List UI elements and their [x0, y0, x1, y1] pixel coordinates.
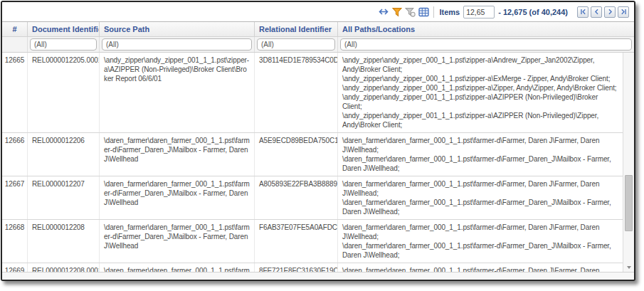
pagination-next-button[interactable] [604, 6, 616, 18]
source-path-cell: \andy_zipper\andy_zipper_001_1_1.pst\zip… [100, 53, 255, 132]
all-paths-filter-input[interactable] [340, 38, 632, 51]
table-row[interactable]: 12668REL0000012208\daren_farmer\daren_fa… [2, 220, 623, 263]
horizontal-scrollbar[interactable] [2, 272, 634, 280]
row-number: 12667 [2, 176, 28, 219]
path-entry: \andy_zipper\andy_zipper_000_1_1.pst\zip… [342, 55, 618, 74]
source-path-cell: \daren_farmer\daren_farmer_000_1_1.pst\f… [100, 263, 255, 272]
filter-cell-number [2, 37, 28, 52]
grid-view-icon[interactable] [417, 5, 431, 18]
pagination-first-button[interactable] [577, 6, 588, 18]
filter-cell-source-path [100, 37, 255, 52]
document-identifier-cell: REL0000012206 [28, 133, 100, 176]
items-label: Items [439, 8, 460, 16]
row-number: 12666 [2, 133, 28, 176]
document-list-panel: Items - 12,675 (of 40,244) # Document Id… [1, 1, 635, 281]
vertical-scrollbar-thumb[interactable] [625, 175, 633, 231]
filter-cell-document-identifier [28, 37, 100, 52]
table-row[interactable]: 12667REL0000012207\daren_farmer\daren_fa… [2, 176, 623, 220]
table-row[interactable]: 12665REL0000012205.0001\andy_zipper\andy… [2, 53, 623, 133]
path-entry: \daren_farmer\daren_farmer_000_1_1.pst\f… [342, 136, 618, 154]
relational-identifier-cell: 8FE721E8FC31630E19CD166 [255, 263, 338, 272]
table-header-row: # Document Identifier Source Path Relati… [2, 21, 634, 37]
path-entry: \andy_zipper\andy_zipper_000_1_1.pst\zip… [342, 83, 618, 92]
all-paths-locations-cell: \daren_farmer\daren_farmer_000_1_1.pst\f… [338, 263, 623, 272]
column-header-all-paths-locations[interactable]: All Paths/Locations [338, 22, 634, 36]
items-range-text: - 12,675 (of 40,244) [498, 8, 568, 16]
column-header-relational-identifier[interactable]: Relational Identifier [255, 22, 338, 36]
row-number: 12668 [2, 220, 28, 263]
filter-cell-relational-identifier [255, 37, 338, 52]
all-paths-locations-cell: \andy_zipper\andy_zipper_000_1_1.pst\zip… [338, 53, 623, 132]
items-start-input[interactable] [463, 6, 495, 18]
column-resize-icon[interactable] [376, 5, 390, 18]
source-path-filter-input[interactable] [102, 38, 252, 51]
all-paths-locations-cell: \daren_farmer\daren_farmer_000_1_1.pst\f… [338, 133, 623, 176]
all-paths-locations-cell: \daren_farmer\daren_farmer_000_1_1.pst\f… [338, 176, 623, 219]
path-entry: \andy_zipper\andy_zipper_000_1_1.pst\zip… [342, 74, 618, 83]
path-entry: \daren_farmer\daren_farmer_000_1_1.pst\f… [342, 198, 618, 216]
row-number: 12669 [2, 263, 28, 272]
screenshot-stage: Items - 12,675 (of 40,244) # Document Id… [0, 0, 644, 291]
toolbar-separator [433, 6, 434, 18]
document-identifier-cell: REL0000012207 [28, 176, 100, 219]
vertical-scrollbar[interactable] [623, 53, 634, 272]
path-entry: \andy_zipper\andy_zipper_001_1_1.pst\zip… [342, 92, 618, 111]
path-entry: \daren_farmer\daren_farmer_000_1_1.pst\f… [342, 154, 618, 173]
source-path-cell: \daren_farmer\daren_farmer_000_1_1.pst\f… [100, 176, 255, 219]
column-header-number[interactable]: # [2, 22, 28, 36]
table-body: 12665REL0000012205.0001\andy_zipper\andy… [2, 53, 623, 272]
column-header-source-path[interactable]: Source Path [100, 22, 255, 36]
path-entry: \daren_farmer\daren_farmer_000_1_1.pst\f… [342, 241, 618, 260]
document-identifier-cell: REL0000012208 [28, 220, 100, 263]
document-identifier-cell: REL0000012208.0001 [28, 263, 100, 272]
relational-identifier-filter-input[interactable] [257, 38, 335, 51]
pagination-previous-button[interactable] [591, 6, 602, 18]
path-entry: \andy_zipper\andy_zipper_001_1_1.pst\zip… [342, 111, 618, 129]
document-identifier-cell: REL0000012205.0001 [28, 53, 100, 132]
relational-identifier-cell: A5E9ECD89BEDA750C10C9C [255, 133, 338, 176]
filter-cell-all-paths [338, 37, 634, 52]
document-identifier-filter-input[interactable] [30, 38, 97, 51]
path-entry: \daren_farmer\daren_farmer_000_1_1.pst\f… [342, 266, 618, 272]
source-path-cell: \daren_farmer\daren_farmer_000_1_1.pst\f… [100, 133, 255, 176]
table-row[interactable]: 12666REL0000012206\daren_farmer\daren_fa… [2, 133, 623, 176]
clear-filter-icon[interactable] [403, 5, 417, 18]
relational-identifier-cell: 3D8114ED1E789534C0D13B21 [255, 53, 338, 132]
relational-identifier-cell: F6AB37E07FE5A0AFDC0ACC [255, 220, 338, 263]
relational-identifier-cell: A805893E22FBA3B88897B8A [255, 176, 338, 219]
scroll-down-button[interactable] [623, 263, 634, 272]
all-paths-locations-cell: \daren_farmer\daren_farmer_000_1_1.pst\f… [338, 220, 623, 263]
column-header-document-identifier[interactable]: Document Identifier [28, 22, 100, 36]
filter-icon[interactable] [390, 5, 403, 18]
table-row[interactable]: 12669REL0000012208.0001\daren_farmer\dar… [2, 263, 623, 272]
pagination-last-button[interactable] [618, 6, 629, 18]
path-entry: \daren_farmer\daren_farmer_000_1_1.pst\f… [342, 179, 618, 198]
data-area: 12665REL0000012205.0001\andy_zipper\andy… [2, 53, 634, 272]
filter-row [2, 37, 634, 53]
path-entry: \daren_farmer\daren_farmer_000_1_1.pst\f… [342, 223, 618, 241]
row-number: 12665 [2, 53, 28, 132]
toolbar: Items - 12,675 (of 40,244) [2, 2, 634, 21]
source-path-cell: \daren_farmer\daren_farmer_000_1_1.pst\f… [100, 220, 255, 263]
